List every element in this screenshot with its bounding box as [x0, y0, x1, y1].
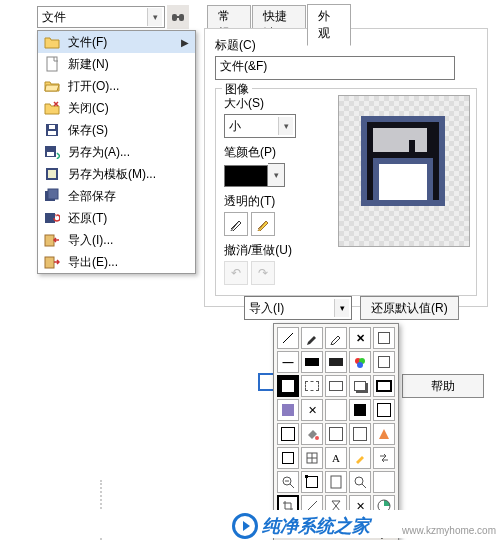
rect-solid-icon[interactable]	[325, 375, 347, 397]
doc-icon[interactable]	[325, 471, 347, 493]
zoom-icon[interactable]	[349, 471, 371, 493]
play-logo-icon	[232, 513, 258, 539]
text-a-icon[interactable]: A	[325, 447, 347, 469]
zoom-out-icon[interactable]	[277, 471, 299, 493]
chevron-down-icon: ▾	[278, 117, 293, 135]
square-outline-icon[interactable]	[277, 423, 299, 445]
svg-point-20	[315, 436, 319, 440]
grid-icon[interactable]	[301, 447, 323, 469]
svg-rect-27	[331, 476, 341, 488]
pen-icon[interactable]	[301, 327, 323, 349]
appearance-panel: 标题(C) 文件(&F) 图像 大小(S) 小 ▾ 笔颜色(P) ▾ 透明的(T…	[204, 28, 488, 307]
open-folder-icon	[44, 78, 60, 94]
rect-white-bold-icon[interactable]	[277, 375, 299, 397]
pen-outline-icon[interactable]	[325, 327, 347, 349]
pencolor-label: 笔颜色(P)	[224, 144, 314, 161]
svg-rect-6	[49, 125, 55, 129]
menu-item-close[interactable]: 关闭(C)	[38, 97, 195, 119]
menu-item-import[interactable]: 导入(I)...	[38, 229, 195, 251]
rect-dark-icon[interactable]	[325, 351, 347, 373]
svg-rect-2	[176, 16, 180, 18]
transparency-pick-b[interactable]	[251, 212, 275, 236]
image-legend: 图像	[222, 81, 252, 98]
cross-icon[interactable]: ✕	[349, 327, 371, 349]
svg-point-19	[357, 362, 363, 368]
svg-rect-5	[48, 131, 56, 135]
menu-item-saveall[interactable]: 全部保存	[38, 185, 195, 207]
square-outline-icon[interactable]	[373, 399, 395, 421]
svg-line-25	[290, 484, 294, 488]
menu-item-savetemplate[interactable]: 另存为模板(M)...	[38, 163, 195, 185]
triangle-color-icon[interactable]	[373, 423, 395, 445]
menu-item-saveas[interactable]: 另存为(A)...	[38, 141, 195, 163]
menu-item-open[interactable]: 打开(O)...	[38, 75, 195, 97]
svg-rect-14	[45, 235, 54, 246]
square-white-icon[interactable]	[325, 423, 347, 445]
title-input[interactable]: 文件(&F)	[215, 56, 455, 80]
redo-button[interactable]: ↷	[251, 261, 275, 285]
rect-black-icon[interactable]	[301, 351, 323, 373]
svg-point-28	[355, 477, 363, 485]
tab-appearance[interactable]: 外观	[307, 4, 351, 46]
transparency-pick-a[interactable]	[224, 212, 248, 236]
command-menu: 文件(F) ▶ 新建(N) 打开(O)... 关闭(C) 保存(S) 另存为(A…	[37, 30, 196, 274]
chevron-down-icon: ▾	[334, 299, 349, 317]
square-handles-icon[interactable]	[301, 471, 323, 493]
minus-icon[interactable]: —	[277, 351, 299, 373]
square-small-icon[interactable]	[277, 447, 299, 469]
menu-item-export[interactable]: 导出(E)...	[38, 251, 195, 273]
square-white-icon[interactable]	[349, 423, 371, 445]
submenu-arrow-icon: ▶	[181, 37, 189, 48]
svg-rect-8	[47, 152, 54, 156]
menu-item-new[interactable]: 新建(N)	[38, 53, 195, 75]
menu-item-file[interactable]: 文件(F) ▶	[38, 31, 195, 53]
file-dropdown[interactable]: 文件 ▾	[37, 6, 165, 28]
find-button[interactable]	[167, 5, 189, 29]
pencil-icon[interactable]	[349, 447, 371, 469]
undo-label: 撤消/重做(U)	[224, 242, 314, 259]
image-fieldset: 图像 大小(S) 小 ▾ 笔颜色(P) ▾ 透明的(T) 撤消/重做(U) ↶ …	[215, 88, 477, 296]
undo-button[interactable]: ↶	[224, 261, 248, 285]
rect-outline-icon[interactable]	[373, 375, 395, 397]
svg-rect-15	[45, 257, 54, 268]
line-icon[interactable]	[277, 327, 299, 349]
import-combo[interactable]: 导入(I) ▾	[244, 296, 352, 320]
square-black-icon[interactable]	[349, 399, 371, 421]
size-select[interactable]: 小 ▾	[224, 114, 296, 138]
transparent-label: 透明的(T)	[224, 193, 314, 210]
fill-icon[interactable]	[301, 423, 323, 445]
blank-icon[interactable]	[373, 471, 395, 493]
menu-item-revert[interactable]: 还原(T)	[38, 207, 195, 229]
icon-preview[interactable]	[338, 95, 470, 247]
help-button[interactable]: 帮助	[402, 374, 484, 398]
brand-url: www.kzmyhome.com	[402, 525, 496, 536]
rect-shadow-icon[interactable]	[349, 375, 371, 397]
new-doc-icon	[44, 56, 60, 72]
chevron-down-icon: ▾	[147, 8, 162, 26]
import-icon	[44, 232, 60, 248]
binoculars-icon	[171, 10, 185, 24]
chevron-down-icon: ▾	[268, 163, 285, 187]
saveall-icon	[44, 188, 60, 204]
template-icon	[44, 166, 60, 182]
svg-line-16	[283, 333, 293, 343]
rect-dashed-icon[interactable]	[301, 375, 323, 397]
x-thin-icon[interactable]: ✕	[301, 399, 323, 421]
color-swatch	[224, 165, 268, 187]
watermark-footer: 纯净系统之家 www.kzmyhome.com	[0, 510, 500, 538]
swap-icon[interactable]	[373, 447, 395, 469]
blank-icon[interactable]	[325, 399, 347, 421]
rgb-icon[interactable]	[349, 351, 371, 373]
square-white-icon[interactable]	[373, 327, 395, 349]
export-icon	[44, 254, 60, 270]
brand-text: 纯净系统之家	[262, 514, 370, 538]
svg-rect-10	[48, 170, 56, 178]
square-purple-icon[interactable]	[277, 399, 299, 421]
svg-rect-3	[47, 57, 57, 71]
menu-item-save[interactable]: 保存(S)	[38, 119, 195, 141]
restore-defaults-button[interactable]: 还原默认值(R)	[360, 296, 459, 320]
square-white-icon[interactable]	[373, 351, 395, 373]
save-icon	[44, 122, 60, 138]
icon-palette-flyout: ✕—✕A✕ 文件(▾	[273, 323, 399, 540]
pencolor-picker[interactable]: ▾	[224, 163, 314, 187]
